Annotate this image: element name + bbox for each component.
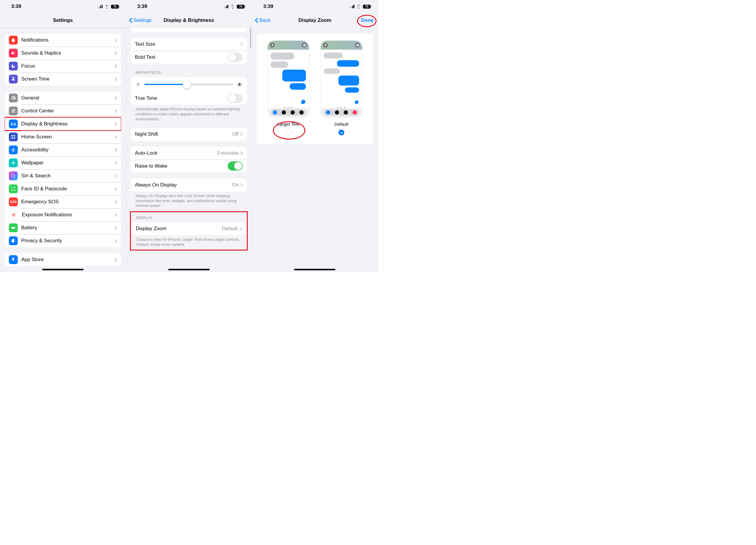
display-zoom-options: Larger Text bbox=[257, 34, 373, 144]
group-aod: Always On Display On bbox=[131, 179, 247, 192]
row-text-size[interactable]: Text Size bbox=[131, 38, 247, 51]
preview-default bbox=[321, 41, 362, 118]
row-siri[interactable]: Siri & Search bbox=[5, 169, 121, 182]
row-always-on-display[interactable]: Always On Display On bbox=[131, 179, 247, 192]
home-indicator[interactable] bbox=[168, 269, 210, 270]
row-auto-lock[interactable]: Auto-Lock 3 minutes bbox=[131, 147, 247, 160]
radio-default[interactable] bbox=[338, 130, 344, 136]
settings-group-appstore: App Store bbox=[5, 253, 121, 266]
row-emergency-sos[interactable]: SOS Emergency SOS bbox=[5, 195, 121, 208]
nav-bar: Settings Display & Brightness bbox=[126, 13, 252, 28]
svg-point-18 bbox=[13, 213, 14, 213]
row-bold-text[interactable]: Bold Text bbox=[131, 51, 247, 64]
brightness-slider-row bbox=[131, 77, 247, 92]
battery-icon: 75 bbox=[237, 5, 245, 9]
settings-group-alerts: Notifications Sounds & Haptics Focus Scr… bbox=[5, 34, 121, 86]
raise-to-wake-toggle[interactable] bbox=[228, 162, 243, 171]
row-screen-time[interactable]: Screen Time bbox=[5, 73, 121, 86]
row-display-zoom[interactable]: Display Zoom Default bbox=[132, 222, 246, 235]
settings-main-pane: 3:39 75 Settings Notifications Sounds & … bbox=[0, 0, 126, 272]
option-label: Default bbox=[334, 122, 348, 127]
row-wallpaper[interactable]: Wallpaper bbox=[5, 156, 121, 169]
row-home-screen[interactable]: Home Screen bbox=[5, 131, 121, 143]
display-zoom-footer: Choose a view for iPhone. Larger Text sh… bbox=[136, 237, 242, 247]
chevron-right-icon bbox=[115, 200, 117, 204]
chevron-right-icon bbox=[115, 77, 117, 81]
row-general[interactable]: General bbox=[5, 92, 121, 105]
row-focus[interactable]: Focus bbox=[5, 60, 121, 73]
svg-point-24 bbox=[12, 216, 13, 217]
row-control-center[interactable]: Control Center bbox=[5, 105, 121, 118]
true-tone-toggle[interactable] bbox=[228, 94, 243, 103]
row-notifications[interactable]: Notifications bbox=[5, 34, 121, 47]
settings-group-general: General Control Center AA Display & Brig… bbox=[5, 92, 121, 247]
svg-rect-7 bbox=[14, 138, 15, 139]
chevron-right-icon bbox=[240, 183, 243, 187]
chevron-right-icon bbox=[115, 51, 117, 55]
row-accessibility[interactable]: Accessibility bbox=[5, 143, 121, 156]
home-indicator[interactable] bbox=[42, 269, 84, 270]
hourglass-icon bbox=[9, 75, 18, 84]
svg-point-15 bbox=[12, 188, 13, 189]
chevron-right-icon bbox=[240, 132, 243, 136]
row-raise-to-wake[interactable]: Raise to Wake bbox=[131, 160, 247, 173]
svg-line-35 bbox=[136, 86, 137, 86]
row-privacy[interactable]: Privacy & Security bbox=[5, 234, 121, 247]
nav-bar: Settings bbox=[0, 13, 126, 28]
svg-point-16 bbox=[14, 188, 14, 189]
wifi-icon bbox=[104, 5, 109, 9]
svg-rect-27 bbox=[15, 228, 16, 229]
true-tone-footer: Automatically adapt iPhone display based… bbox=[136, 107, 242, 122]
row-night-shift[interactable]: Night Shift Off bbox=[131, 128, 247, 141]
chevron-right-icon bbox=[115, 239, 117, 243]
radio-larger-text[interactable] bbox=[285, 130, 291, 136]
svg-point-28 bbox=[137, 84, 139, 85]
status-time: 3:39 bbox=[133, 4, 147, 9]
display-brightness-pane: 3:39 75 Settings Display & Brightness Op… bbox=[126, 0, 252, 272]
chevron-right-icon bbox=[115, 109, 117, 113]
brightness-slider[interactable] bbox=[144, 84, 234, 85]
battery-icon: 75 bbox=[111, 5, 119, 9]
row-exposure-notifications[interactable]: Exposure Notifications bbox=[5, 208, 121, 221]
bold-text-toggle[interactable] bbox=[228, 53, 243, 62]
svg-point-2 bbox=[12, 110, 13, 110]
home-indicator[interactable] bbox=[294, 269, 335, 270]
wifi-icon bbox=[356, 5, 361, 9]
option-default[interactable]: Default bbox=[321, 41, 362, 136]
row-display-brightness[interactable]: AA Display & Brightness bbox=[5, 118, 121, 131]
aod-footer: Always On Display dims the Lock Screen w… bbox=[136, 194, 242, 209]
row-battery[interactable]: Battery bbox=[5, 221, 121, 234]
gear-icon bbox=[9, 94, 18, 102]
svg-point-10 bbox=[13, 161, 14, 162]
wifi-icon bbox=[230, 5, 235, 9]
chevron-right-icon bbox=[115, 187, 117, 191]
svg-line-43 bbox=[241, 86, 242, 87]
done-button[interactable]: Done bbox=[361, 17, 374, 23]
svg-point-22 bbox=[12, 213, 13, 214]
back-button[interactable]: Settings bbox=[129, 17, 151, 23]
exposure-icon bbox=[9, 210, 18, 220]
siri-icon bbox=[9, 172, 18, 180]
page-title: Settings bbox=[53, 17, 73, 23]
preview-larger bbox=[268, 41, 309, 118]
chevron-right-icon bbox=[115, 226, 117, 230]
back-button[interactable]: Back bbox=[255, 17, 271, 23]
chevron-back-icon bbox=[255, 17, 258, 23]
row-true-tone[interactable]: True Tone bbox=[131, 92, 247, 105]
cellular-icon bbox=[97, 5, 102, 8]
svg-rect-26 bbox=[11, 227, 15, 229]
status-bar: 3:39 75 bbox=[126, 0, 252, 13]
group-autolock: Auto-Lock 3 minutes Raise to Wake bbox=[131, 147, 247, 173]
display-zoom-pane: 3:39 75 Back Display Zoom Done bbox=[252, 0, 378, 272]
row-face-id[interactable]: Face ID & Passcode bbox=[5, 182, 121, 195]
row-app-store[interactable]: App Store bbox=[5, 253, 121, 266]
row-options-partial[interactable]: Options Light Until Sunset bbox=[131, 28, 247, 32]
svg-point-11 bbox=[13, 164, 14, 165]
display-header: DISPLAY bbox=[136, 216, 242, 220]
option-larger-text[interactable]: Larger Text bbox=[268, 41, 309, 136]
app-store-icon bbox=[9, 255, 18, 264]
page-title: Display Zoom bbox=[298, 17, 331, 23]
row-sounds[interactable]: Sounds & Haptics bbox=[5, 47, 121, 60]
speaker-icon bbox=[9, 49, 18, 58]
svg-point-21 bbox=[15, 215, 16, 215]
